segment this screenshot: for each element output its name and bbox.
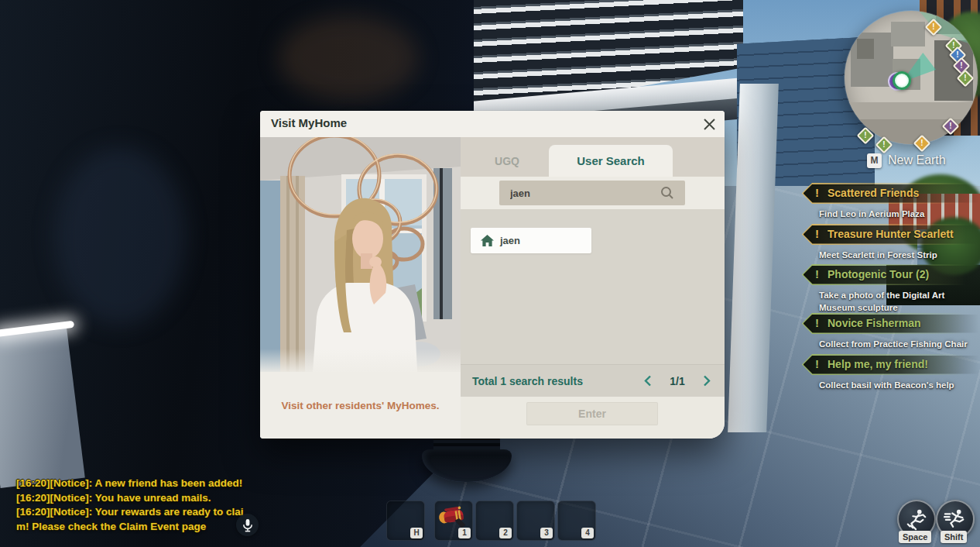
- chat-log: [16:20][Notice]: A new friend has been a…: [16, 476, 248, 534]
- search-result-row[interactable]: jaen: [471, 228, 591, 253]
- jump-key-badge: Space: [899, 531, 931, 543]
- quest-title: Photogenic Tour (2): [828, 268, 929, 280]
- sprint-person-icon: [944, 507, 967, 531]
- quest-title: Help me, my friend!: [828, 358, 928, 370]
- quest-tracker: ! Scattered Friends Find Leo in Aerium P…: [802, 183, 980, 400]
- key-badge: 3: [540, 528, 553, 538]
- quest-title-banner[interactable]: ! Photogenic Tour (2): [802, 264, 980, 285]
- hotbar-slot-h[interactable]: H: [386, 501, 425, 541]
- jump-person-icon: [905, 507, 928, 531]
- myhome-preview-image: [260, 137, 461, 372]
- dialog-action-area: Enter: [461, 397, 725, 439]
- microphone-icon: [242, 518, 254, 532]
- exclamation-icon: !: [815, 186, 819, 199]
- quest-title-banner[interactable]: ! Scattered Friends: [802, 183, 980, 204]
- tab-ugq[interactable]: UGQ: [465, 145, 549, 177]
- map-location-label: M New Earth: [867, 153, 946, 168]
- quest-desc: Meet Scarlett in Forest Strip: [819, 249, 978, 261]
- chat-line: [16:20][Notice]: You have unread mails.: [16, 491, 248, 506]
- key-badge: H: [410, 528, 423, 538]
- location-name: New Earth: [888, 153, 946, 167]
- quest-entry: ! Treasure Hunter Scarlett Meet Scarlett…: [802, 224, 980, 261]
- results-footer: Total 1 search results 1/1: [461, 364, 725, 397]
- tab-bar: UGQ User Search: [461, 137, 725, 177]
- next-page-button[interactable]: [701, 374, 712, 388]
- quest-title-banner[interactable]: ! Treasure Hunter Scarlett: [802, 224, 980, 245]
- quest-title: Novice Fisherman: [828, 317, 921, 329]
- chat-line: m! Please check the Claim Event page: [16, 520, 248, 535]
- player-marker: [893, 71, 911, 90]
- hotbar-slot-3[interactable]: 3: [516, 501, 555, 541]
- close-button[interactable]: [700, 115, 718, 133]
- map-key-badge[interactable]: M: [867, 153, 882, 168]
- tab-user-search[interactable]: User Search: [549, 145, 673, 177]
- exclamation-icon: !: [815, 357, 819, 370]
- dialog-left-panel: Visit other residents' MyHomes.: [260, 137, 461, 439]
- mic-button[interactable]: [236, 514, 259, 536]
- chat-line: [16:20][Notice]: Your rewards are ready …: [16, 505, 248, 520]
- close-icon: [703, 118, 716, 131]
- search-input[interactable]: [499, 181, 685, 205]
- hotbar-slot-2[interactable]: 2: [475, 501, 514, 541]
- search-section: [461, 177, 725, 209]
- exclamation-icon: !: [815, 267, 819, 280]
- dialog-caption: Visit other residents' MyHomes.: [281, 400, 439, 411]
- results-total: Total 1 search results: [472, 375, 583, 387]
- visit-myhome-dialog: Visit MyHome: [260, 111, 725, 439]
- game-screen: ! ! ! ! ! ! ! ! ! M New Earth ! Scattere…: [0, 0, 980, 547]
- quest-desc: Collect from Practice Fishing Chair: [819, 338, 978, 350]
- dialog-right-panel: UGQ User Search jaen Total 1 s: [461, 137, 725, 439]
- home-icon: [481, 235, 494, 247]
- result-username: jaen: [500, 235, 520, 246]
- quest-desc: Collect basil with Beacon's help: [819, 379, 978, 391]
- quest-desc: Take a photo of the Digital Art Museum s…: [819, 289, 978, 314]
- quest-desc: Find Leo in Aerium Plaza: [819, 208, 978, 220]
- search-icon[interactable]: [660, 186, 674, 200]
- quest-entry: ! Photogenic Tour (2) Take a photo of th…: [802, 264, 980, 314]
- key-badge: 4: [581, 528, 594, 538]
- chevron-right-icon: [703, 375, 711, 387]
- dialog-title: Visit MyHome: [271, 116, 347, 129]
- dialog-caption-area: Visit other residents' MyHomes.: [260, 372, 461, 439]
- quest-title-banner[interactable]: ! Novice Fisherman: [802, 313, 980, 334]
- exclamation-icon: !: [815, 227, 819, 240]
- dialog-header: Visit MyHome: [260, 111, 725, 137]
- quest-entry: ! Scattered Friends Find Leo in Aerium P…: [802, 183, 980, 220]
- pagination: 1/1: [642, 374, 712, 388]
- quest-entry: ! Novice Fisherman Collect from Practice…: [802, 313, 980, 350]
- quest-title: Treasure Hunter Scarlett: [828, 228, 954, 240]
- search-results-list: jaen: [461, 209, 725, 364]
- prev-page-button[interactable]: [642, 374, 653, 388]
- exclamation-icon: !: [815, 316, 819, 329]
- key-badge: 1: [458, 528, 471, 538]
- page-indicator: 1/1: [668, 375, 687, 387]
- key-badge: 2: [499, 528, 512, 538]
- sprint-key-badge: Shift: [941, 531, 967, 543]
- quest-entry: ! Help me, my friend! Collect basil with…: [802, 354, 980, 391]
- hotbar-slot-4[interactable]: 4: [557, 501, 596, 541]
- chevron-left-icon: [644, 375, 652, 387]
- enter-button[interactable]: Enter: [526, 402, 658, 425]
- hotbar-slot-1[interactable]: 1: [434, 501, 473, 541]
- quest-title: Scattered Friends: [828, 187, 919, 199]
- chat-line: [16:20][Notice]: A new friend has been a…: [16, 476, 248, 491]
- quest-title-banner[interactable]: ! Help me, my friend!: [802, 354, 980, 375]
